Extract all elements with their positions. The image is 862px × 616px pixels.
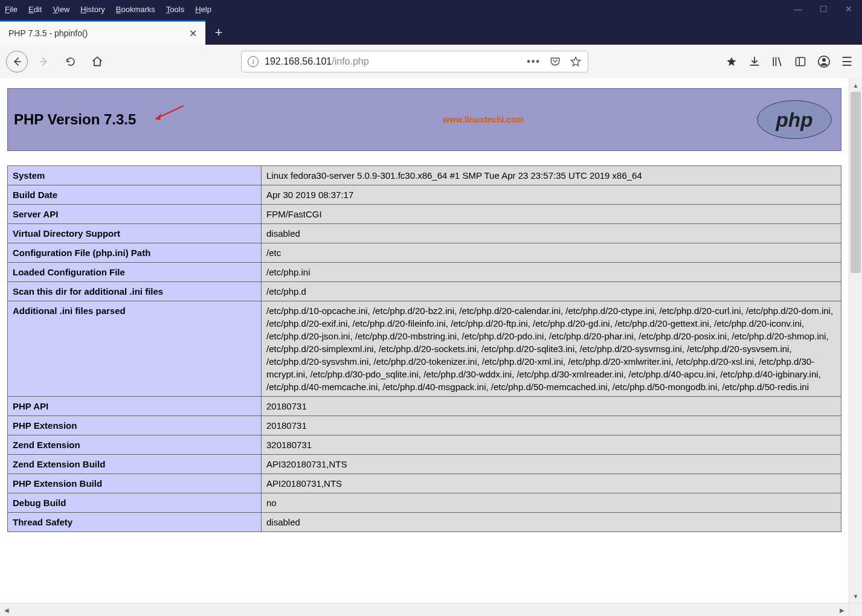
info-key: Debug Build (8, 493, 262, 513)
info-value: disabled (262, 224, 841, 243)
info-key: PHP API (8, 397, 262, 416)
toolbar-right: ☰ (722, 54, 856, 69)
downloads-icon[interactable] (748, 56, 761, 68)
app-menu-button[interactable]: ☰ (841, 54, 852, 69)
tab-close-icon[interactable]: ✕ (189, 28, 197, 39)
arrow-left-icon (11, 56, 22, 67)
toolbar: i 192.168.56.101/info.php ••• (0, 45, 862, 79)
table-row: PHP Extension BuildAPI20180731,NTS (8, 474, 841, 493)
info-value: no (262, 493, 841, 513)
url-text: 192.168.56.101/info.php (265, 56, 521, 67)
table-row: Zend Extension320180731 (8, 435, 841, 455)
table-row: Thread Safetydisabled (8, 513, 841, 532)
sidebar-icon[interactable] (794, 56, 806, 68)
scroll-corner (849, 603, 862, 616)
info-value: /etc (262, 243, 841, 263)
info-value: 20180731 (262, 397, 841, 416)
info-value: /etc/php.ini (262, 263, 841, 282)
php-logo-icon: php (755, 98, 834, 141)
info-key: Thread Safety (8, 513, 262, 532)
info-value: Apr 30 2019 08:37:17 (262, 185, 841, 205)
new-tab-button[interactable]: + (205, 21, 232, 45)
window-controls: — ☐ ✕ (793, 4, 857, 14)
info-value: 20180731 (262, 416, 841, 435)
info-value: API20180731,NTS (262, 474, 841, 493)
arrow-right-icon (39, 56, 50, 67)
vscroll-thumb[interactable] (851, 92, 861, 273)
annotation-arrow-icon (150, 104, 187, 123)
menu-history[interactable]: History (80, 5, 105, 14)
info-key: Server API (8, 205, 262, 224)
svg-text:php: php (775, 109, 812, 131)
table-row: Build DateApr 30 2019 08:37:17 (8, 185, 841, 205)
phpinfo-table: SystemLinux fedora30-server 5.0.9-301.fc… (7, 165, 841, 532)
info-key: System (8, 166, 262, 185)
tabstrip: PHP 7.3.5 - phpinfo() ✕ + (0, 18, 862, 45)
content-area: PHP Version 7.3.5 www.linuxtechi.com php… (0, 79, 862, 616)
info-key: Scan this dir for additional .ini files (8, 282, 262, 301)
menubar: File Edit View History Bookmarks Tools H… (0, 0, 862, 18)
table-row: SystemLinux fedora30-server 5.0.9-301.fc… (8, 166, 841, 185)
bookmark-star-icon[interactable] (570, 56, 582, 68)
library-icon[interactable] (771, 56, 783, 68)
info-key: Zend Extension (8, 435, 262, 455)
menu-help[interactable]: Help (195, 5, 211, 14)
bookmark-star-filled-icon[interactable] (725, 56, 738, 68)
info-key: Additional .ini files parsed (8, 301, 262, 397)
table-row: PHP Extension20180731 (8, 416, 841, 435)
tab-title: PHP 7.3.5 - phpinfo() (8, 28, 189, 38)
table-row: Debug Buildno (8, 493, 841, 513)
tab-active[interactable]: PHP 7.3.5 - phpinfo() ✕ (0, 21, 205, 45)
table-row: Virtual Directory Supportdisabled (8, 224, 841, 243)
maximize-icon[interactable]: ☐ (819, 4, 828, 14)
menu-bookmarks[interactable]: Bookmarks (116, 5, 155, 14)
menu-file[interactable]: File (5, 5, 18, 14)
menu-tools[interactable]: Tools (166, 5, 184, 14)
url-bar[interactable]: i 192.168.56.101/info.php ••• (241, 51, 588, 72)
close-window-icon[interactable]: ✕ (844, 4, 854, 14)
minimize-icon[interactable]: — (793, 4, 803, 14)
page-actions-icon[interactable]: ••• (527, 56, 541, 67)
info-value: FPM/FastCGI (262, 205, 841, 224)
watermark-text: www.linuxtechi.com (443, 115, 524, 124)
info-value: disabled (262, 513, 841, 532)
table-row: Additional .ini files parsed/etc/php.d/1… (8, 301, 841, 397)
pocket-icon[interactable] (549, 56, 561, 68)
info-value: 320180731 (262, 435, 841, 455)
phpinfo-header: PHP Version 7.3.5 www.linuxtechi.com php (7, 88, 841, 151)
info-key: PHP Extension Build (8, 474, 262, 493)
table-row: Server APIFPM/FastCGI (8, 205, 841, 224)
info-key: Configuration File (php.ini) Path (8, 243, 262, 263)
php-version-heading: PHP Version 7.3.5 (14, 111, 136, 128)
back-button[interactable] (6, 51, 28, 72)
info-key: Build Date (8, 185, 262, 205)
scroll-right-icon[interactable]: ▶ (835, 603, 849, 616)
svg-rect-0 (796, 57, 805, 65)
info-key: Virtual Directory Support (8, 224, 262, 243)
table-row: Scan this dir for additional .ini files/… (8, 282, 841, 301)
table-row: Loaded Configuration File/etc/php.ini (8, 263, 841, 282)
menu-view[interactable]: View (53, 5, 69, 14)
vertical-scrollbar[interactable]: ▲ ▼ (849, 79, 862, 603)
info-value: /etc/php.d/10-opcache.ini, /etc/php.d/20… (262, 301, 841, 397)
home-button[interactable] (87, 51, 108, 72)
reload-icon (65, 56, 76, 67)
info-icon[interactable]: i (248, 56, 259, 67)
menu-edit[interactable]: Edit (28, 5, 42, 14)
info-value: Linux fedora30-server 5.0.9-301.fc30.x86… (262, 166, 841, 185)
table-row: Configuration File (php.ini) Path/etc (8, 243, 841, 263)
home-icon (91, 56, 103, 68)
scroll-down-icon[interactable]: ▼ (849, 589, 862, 603)
svg-marker-5 (155, 114, 161, 120)
reload-button[interactable] (60, 51, 81, 72)
info-key: Loaded Configuration File (8, 263, 262, 282)
info-key: PHP Extension (8, 416, 262, 435)
scroll-up-icon[interactable]: ▲ (849, 79, 862, 92)
horizontal-scrollbar[interactable]: ◀ ▶ (0, 603, 849, 616)
svg-point-3 (822, 58, 826, 62)
page-body: PHP Version 7.3.5 www.linuxtechi.com php… (0, 79, 849, 603)
forward-button[interactable] (34, 51, 54, 72)
info-value: /etc/php.d (262, 282, 841, 301)
account-icon[interactable] (817, 55, 831, 68)
scroll-left-icon[interactable]: ◀ (0, 603, 13, 616)
